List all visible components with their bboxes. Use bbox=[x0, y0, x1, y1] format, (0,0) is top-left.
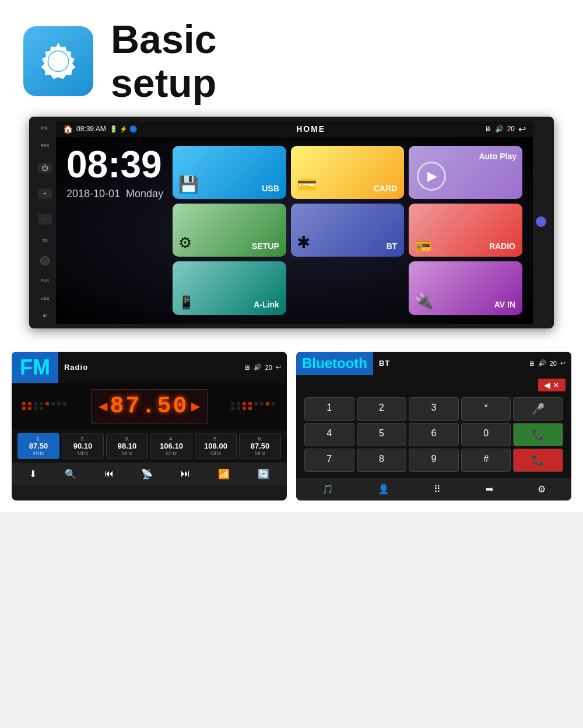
freq-digits: 87.50 bbox=[110, 393, 188, 419]
bt-key-4[interactable]: 4 bbox=[304, 423, 354, 446]
bt-key-7[interactable]: 7 bbox=[304, 449, 354, 472]
preset-2[interactable]: 2. 90.10 MHz bbox=[62, 433, 104, 459]
power-button[interactable]: ⏻ bbox=[38, 163, 52, 173]
bt-key-call-green[interactable]: 📞 bbox=[513, 423, 563, 446]
preset-unit: MHz bbox=[243, 450, 277, 456]
bt-label-bar: Bluetooth BT 🖥 🔊 20 ↩ bbox=[296, 352, 571, 375]
res-label: RES bbox=[41, 144, 49, 148]
vol-up-button[interactable]: + bbox=[38, 188, 52, 199]
bt-key-2[interactable]: 2 bbox=[357, 397, 407, 421]
freq-right-arrow[interactable]: ▶ bbox=[191, 399, 200, 413]
freq-left-arrow[interactable]: ◀ bbox=[99, 399, 107, 413]
bt-back-icon[interactable]: ↩ bbox=[560, 359, 566, 367]
setup-label: SETUP bbox=[252, 242, 279, 251]
preset-freq: 98.10 bbox=[110, 442, 144, 450]
fm-dot-right bbox=[229, 400, 279, 412]
fm-prev-button[interactable]: ⏮ bbox=[100, 466, 118, 481]
bt-apps-button[interactable]: ⠿ bbox=[429, 481, 445, 497]
aux-label: AUX bbox=[41, 278, 49, 283]
preset-3[interactable]: 3. 98.10 MHz bbox=[106, 433, 148, 459]
fm-next-button[interactable]: ⏭ bbox=[176, 466, 195, 481]
fm-signal-icon: 📶 bbox=[213, 466, 234, 482]
bt-top-right: 🖥 🔊 20 ↩ bbox=[528, 359, 566, 367]
preset-num: 5. bbox=[199, 436, 233, 442]
radio-icon: 📻 bbox=[415, 236, 432, 252]
status-icons: 🔋 ⚡ 🔵 bbox=[110, 125, 138, 133]
preset-freq: 87.50 bbox=[243, 442, 277, 450]
ir-sensor bbox=[536, 216, 546, 227]
bt-key-star[interactable]: * bbox=[461, 397, 511, 421]
bt-backspace-button[interactable]: ◀ ✕ bbox=[538, 379, 566, 391]
alink-button[interactable]: A-Link 📱 bbox=[173, 261, 286, 314]
bt-button[interactable]: BT ✱ bbox=[291, 204, 405, 257]
preset-unit: MHz bbox=[110, 450, 144, 456]
play-circle-icon: ▶ bbox=[417, 162, 446, 191]
autoplay-button[interactable]: Auto Play ▶ bbox=[409, 146, 522, 199]
home-icon[interactable]: 🏠 bbox=[63, 124, 73, 134]
alink-label: A-Link bbox=[254, 300, 279, 309]
dot bbox=[243, 407, 246, 410]
bt-key-call-red[interactable]: 📞 bbox=[513, 449, 563, 472]
setup-button[interactable]: SETUP ⚙ bbox=[173, 204, 286, 257]
fm-display: ◀ 87.50 ▶ bbox=[12, 383, 287, 429]
bt-display: ◀ ✕ 1 2 3 * 🎤 4 5 6 0 📞 7 8 9 # 📞 bbox=[296, 375, 571, 478]
bt-key-5[interactable]: 5 bbox=[357, 423, 407, 446]
dot bbox=[45, 402, 49, 405]
menu-grid: Auto Play ▶ USB 💾 CARD bbox=[173, 146, 522, 315]
bt-label: BT bbox=[387, 242, 398, 251]
bt-key-6[interactable]: 6 bbox=[409, 423, 459, 446]
bt-settings-button[interactable]: ⚙ bbox=[533, 481, 550, 497]
preset-4[interactable]: 4. 106.10 MHz bbox=[150, 433, 192, 459]
bt-key-1[interactable]: 1 bbox=[304, 397, 354, 421]
bt-contacts-button[interactable]: 👤 bbox=[373, 481, 394, 497]
fm-antenna-icon: 📡 bbox=[136, 466, 157, 482]
dot bbox=[22, 402, 26, 405]
bt-top-bar: BT 🖥 🔊 20 ↩ bbox=[373, 352, 571, 375]
bt-display-icon: 🖥 bbox=[528, 360, 535, 367]
fm-search-button[interactable]: 🔍 bbox=[60, 466, 81, 482]
back-icon[interactable]: ↩ bbox=[518, 124, 526, 135]
bt-input-row: ◀ ✕ bbox=[302, 379, 566, 391]
bt-key-hash[interactable]: # bbox=[461, 449, 511, 472]
fm-back-icon[interactable]: ↩ bbox=[276, 363, 281, 371]
bluetooth-status-icon: 🔵 bbox=[129, 125, 138, 133]
bt-key-mic[interactable]: 🎤 bbox=[513, 397, 563, 421]
bt-title: BT bbox=[379, 359, 390, 368]
alink-icon: 📱 bbox=[178, 295, 194, 310]
bt-forward-button[interactable]: ➡ bbox=[481, 481, 498, 497]
preset-6[interactable]: 6. 87.50 MHz bbox=[239, 433, 281, 459]
card-label: CARD bbox=[374, 184, 397, 193]
bt-volume-level: 20 bbox=[550, 360, 557, 367]
bt-music-button[interactable]: 🎵 bbox=[317, 481, 338, 497]
bt-key-8[interactable]: 8 bbox=[357, 449, 407, 472]
preset-num: 4. bbox=[154, 436, 188, 442]
time-section: 08:39 2018-10-01 Monday bbox=[66, 146, 163, 315]
fm-repeat-button[interactable]: 🔄 bbox=[253, 466, 274, 482]
fm-bottom-bar: ⬇ 🔍 ⏮ 📡 ⏭ 📶 🔄 bbox=[12, 463, 287, 485]
sd-slot bbox=[40, 256, 50, 265]
preset-5[interactable]: 5. 108.00 MHz bbox=[195, 433, 237, 459]
bt-key-0[interactable]: 0 bbox=[461, 423, 511, 446]
display-icon: 🖥 bbox=[484, 125, 491, 133]
bt-key-9[interactable]: 9 bbox=[409, 449, 459, 472]
card-button[interactable]: CARD 💳 bbox=[291, 146, 405, 199]
dot bbox=[260, 402, 264, 405]
preset-unit: MHz bbox=[66, 450, 100, 456]
avin-icon: 🔌 bbox=[415, 292, 433, 310]
gear-icon bbox=[35, 38, 82, 85]
usb-button[interactable]: USB 💾 bbox=[173, 146, 286, 199]
dot bbox=[34, 407, 37, 410]
dot bbox=[22, 407, 26, 410]
fm-presets: 1. 87.50 MHz 2. 90.10 MHz 3. 98.10 MHz 4… bbox=[12, 429, 287, 463]
vol-down-button[interactable]: − bbox=[38, 214, 52, 225]
preset-1[interactable]: 1. 87.50 MHz bbox=[17, 433, 59, 459]
bt-key-3[interactable]: 3 bbox=[409, 397, 459, 421]
fm-volume-icon: 🔊 bbox=[254, 363, 262, 371]
radio-button[interactable]: RADIO 📻 bbox=[409, 204, 522, 257]
fm-save-button[interactable]: ⬇ bbox=[24, 466, 41, 482]
stereo-container: MIC RES ⏻ + − SD AUX USB IR bbox=[0, 117, 583, 346]
battery-icon: 🔋 bbox=[110, 125, 118, 133]
header-section: Basic setup bbox=[0, 0, 583, 117]
bt-bottom-bar: 🎵 👤 ⠿ ➡ ⚙ bbox=[296, 478, 571, 501]
avin-button[interactable]: AV IN 🔌 bbox=[409, 261, 522, 314]
